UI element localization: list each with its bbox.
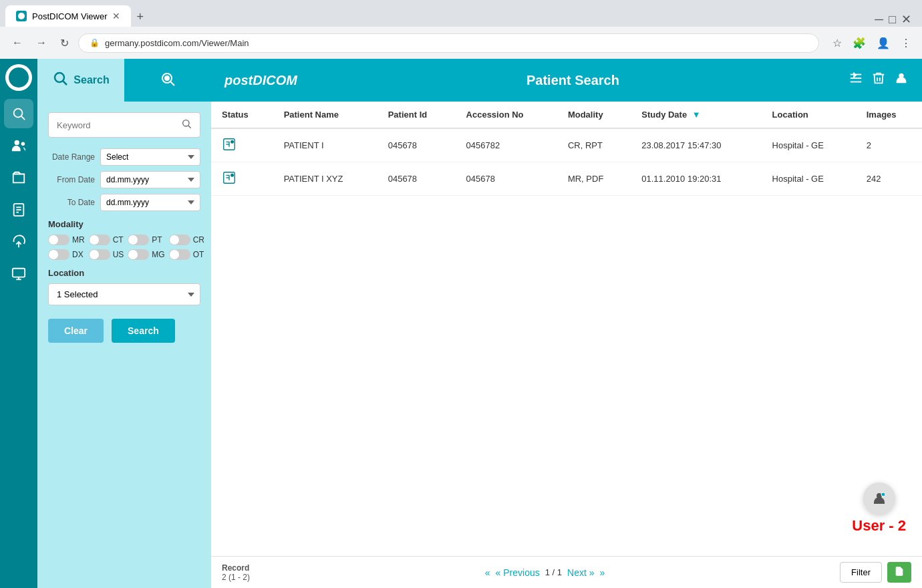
delete-button[interactable] — [871, 71, 886, 90]
modality-ct-toggle[interactable] — [89, 235, 110, 245]
modality-ct: CT — [89, 235, 124, 245]
sidebar-item-monitor[interactable] — [4, 259, 33, 289]
page-title: Patient Search — [526, 73, 619, 88]
cell-images-0: 2 — [856, 128, 922, 162]
search-tab[interactable]: Search — [37, 59, 124, 102]
col-study-date[interactable]: Study Date ▼ — [631, 102, 761, 128]
modality-section: Modality MR CT PT — [48, 219, 200, 260]
location-select[interactable]: 1 Selected Hospital - GE All Locations — [48, 283, 200, 305]
table-header-row: Status Patient Name Patient Id Accession… — [211, 102, 922, 128]
record-label: Record — [222, 563, 250, 573]
main-header: postDICOM Patient Search — [211, 59, 922, 102]
cell-modality-1: MR, PDF — [557, 162, 631, 196]
svg-line-2 — [21, 116, 25, 120]
table-row[interactable]: PATIENT I XYZ 045678 045678 MR, PDF 01.1… — [211, 162, 922, 196]
cell-status-0[interactable] — [211, 128, 273, 162]
keyword-search-icon[interactable] — [181, 118, 192, 132]
reload-button[interactable]: ↻ — [56, 34, 73, 52]
prev-page-button[interactable]: « Previous — [496, 567, 540, 578]
cell-images-1: 242 — [856, 162, 922, 196]
window-maximize[interactable]: □ — [889, 13, 896, 27]
tab-favicon — [16, 11, 27, 21]
svg-point-4 — [21, 142, 25, 146]
cell-status-1[interactable] — [211, 162, 273, 196]
modality-ot-toggle[interactable] — [169, 249, 190, 260]
excel-button[interactable] — [887, 562, 911, 583]
search-tab-icon — [52, 70, 68, 90]
back-button[interactable]: ← — [8, 34, 27, 51]
window-minimize[interactable]: ─ — [875, 13, 883, 27]
tab-bar: PostDICOM Viewer ✕ + ─ □ ✕ — [0, 0, 922, 27]
second-tab-icon — [160, 71, 176, 90]
col-accession-no[interactable]: Accession No — [456, 102, 557, 128]
modality-mr-toggle[interactable] — [48, 235, 69, 245]
keyword-input[interactable] — [57, 120, 181, 130]
svg-line-19 — [188, 126, 191, 128]
col-location[interactable]: Location — [762, 102, 856, 128]
date-range-select[interactable]: Select Today Last 7 Days Last 30 Days Cu… — [100, 148, 200, 166]
second-tab[interactable] — [124, 59, 211, 102]
search-tab-label: Search — [73, 74, 109, 86]
modality-pt-toggle[interactable] — [128, 235, 149, 245]
forward-button[interactable]: → — [32, 34, 51, 51]
cell-accession-no-0: 0456782 — [456, 128, 557, 162]
modality-cr-toggle[interactable] — [169, 235, 190, 245]
window-close[interactable]: ✕ — [901, 12, 911, 27]
location-label: Location — [48, 268, 200, 278]
menu-button[interactable]: ⋮ — [898, 34, 914, 52]
to-date-row: To Date dd.mm.yyyy — [48, 194, 200, 211]
profile-button[interactable]: 👤 — [874, 34, 893, 52]
modality-mg-toggle[interactable] — [128, 249, 149, 260]
sidebar-item-folder[interactable] — [4, 163, 33, 192]
col-patient-name[interactable]: Patient Name — [273, 102, 377, 128]
bookmark-star-button[interactable]: ☆ — [830, 34, 844, 52]
svg-line-16 — [171, 82, 175, 86]
from-date-select[interactable]: dd.mm.yyyy — [100, 171, 200, 188]
filter-button[interactable]: Filter — [840, 562, 882, 583]
modality-us: US — [89, 249, 124, 260]
col-images[interactable]: Images — [856, 102, 922, 128]
svg-point-0 — [18, 13, 25, 19]
sidebar-item-upload[interactable] — [4, 227, 33, 257]
sidebar-item-users[interactable] — [4, 131, 33, 160]
table-body: PATIENT I 045678 0456782 CR, RPT 23.08.2… — [211, 128, 922, 196]
first-page-button[interactable]: « — [485, 567, 490, 578]
to-date-select[interactable]: dd.mm.yyyy — [100, 194, 200, 211]
browser-actions: ☆ 🧩 👤 ⋮ — [830, 34, 914, 52]
clear-button[interactable]: Clear — [48, 319, 104, 343]
cell-accession-no-1: 045678 — [456, 162, 557, 196]
table-row[interactable]: PATIENT I 045678 0456782 CR, RPT 23.08.2… — [211, 128, 922, 162]
cell-location-1: Hospital - GE — [762, 162, 856, 196]
svg-point-26 — [231, 141, 234, 144]
cell-location-0: Hospital - GE — [762, 128, 856, 162]
sidebar-item-documents[interactable] — [4, 195, 33, 225]
active-tab[interactable]: PostDICOM Viewer ✕ — [5, 5, 131, 27]
list-view-button[interactable] — [849, 71, 863, 90]
search-button[interactable]: Search — [112, 319, 175, 343]
modality-us-toggle[interactable] — [89, 249, 110, 260]
next-page-button[interactable]: Next » — [567, 567, 594, 578]
record-info: Record 2 (1 - 2) — [222, 563, 250, 582]
url-box[interactable]: 🔒 germany.postdicom.com/Viewer/Main — [78, 33, 819, 53]
modality-dx-toggle[interactable] — [48, 249, 69, 260]
new-tab-button[interactable]: + — [131, 7, 149, 27]
floating-user-button[interactable]: + — [863, 482, 895, 514]
search-panel-header: Search — [37, 59, 211, 102]
footer-actions: Filter — [840, 562, 911, 583]
tab-close-button[interactable]: ✕ — [112, 11, 120, 21]
modality-pt: PT — [128, 235, 164, 245]
svg-point-13 — [55, 73, 64, 82]
user-profile-button[interactable] — [894, 71, 909, 90]
extensions-button[interactable]: 🧩 — [850, 34, 869, 52]
modality-ct-label: CT — [113, 235, 124, 245]
col-modality[interactable]: Modality — [557, 102, 631, 128]
footer: Record 2 (1 - 2) « « Previous 1 / 1 Next… — [211, 556, 922, 588]
svg-text:+: + — [881, 494, 883, 498]
col-patient-id[interactable]: Patient Id — [377, 102, 456, 128]
to-date-label: To Date — [48, 198, 95, 207]
cell-modality-0: CR, RPT — [557, 128, 631, 162]
keyword-input-wrapper — [48, 112, 200, 138]
last-page-button[interactable]: » — [600, 567, 605, 578]
date-range-row: Date Range Select Today Last 7 Days Last… — [48, 148, 200, 166]
sidebar-item-search[interactable] — [4, 99, 33, 128]
